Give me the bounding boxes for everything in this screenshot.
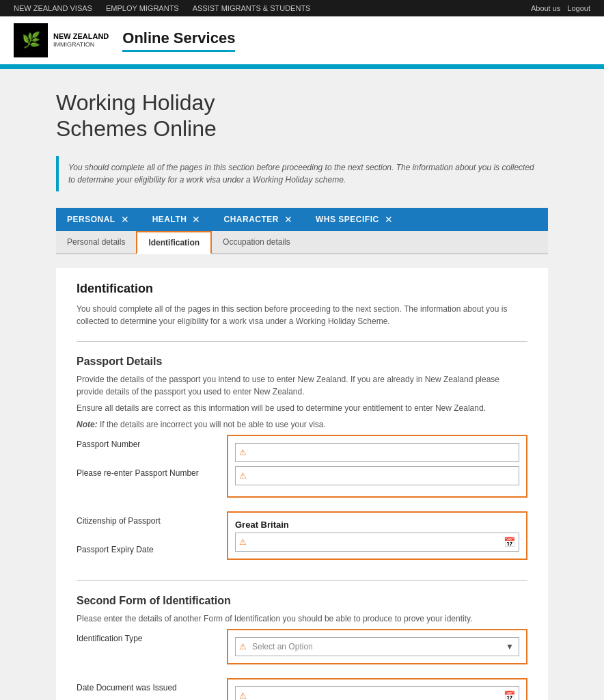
passport-note-3-bold: Note:: [77, 420, 98, 429]
tab-whs-specific[interactable]: WHS SPECIFIC ✕: [305, 208, 405, 231]
nav-logout[interactable]: Logout: [567, 4, 590, 12]
date-issued-input-area: ⚠ 📅: [227, 678, 527, 700]
sub-tabs: Personal details Identification Occupati…: [56, 231, 548, 254]
info-block: You should complete all of the pages in …: [56, 156, 548, 191]
main-wrapper: Working HolidaySchemes Online You should…: [42, 69, 562, 700]
sub-tab-identification[interactable]: Identification: [136, 231, 212, 254]
passport-number-label: Passport Number: [77, 440, 227, 449]
sub-tab-personal-details[interactable]: Personal details: [56, 231, 136, 253]
passport-title: Passport Details: [77, 355, 527, 368]
reenter-passport-input[interactable]: [235, 466, 519, 485]
tab-whs-specific-close[interactable]: ✕: [383, 215, 394, 224]
passport-note-2: Ensure all details are correct as this i…: [77, 402, 527, 414]
date-issued-row: Date Document was Issued ⚠ 📅: [77, 678, 527, 700]
tab-personal-label: PERSONAL: [67, 215, 115, 224]
second-id-desc: Please enter the details of another Form…: [77, 612, 527, 625]
tab-character-close[interactable]: ✕: [283, 215, 294, 224]
id-type-label: Identification Type: [77, 629, 227, 643]
date-issued-warning-icon: ⚠: [239, 691, 247, 700]
tab-character-label: CHARACTER: [223, 215, 279, 224]
top-nav-links: NEW ZEALAND VISAS EMPLOY MIGRANTS ASSIST…: [14, 4, 310, 12]
logo-area: 🌿 NEW ZEALAND IMMIGRATION: [14, 23, 109, 57]
nav-assist-migrants[interactable]: ASSIST MIGRANTS & STUDENTS: [193, 4, 311, 12]
expiry-calendar-icon[interactable]: 📅: [504, 537, 515, 548]
top-nav-right-links: About us Logout: [531, 4, 590, 12]
tab-character[interactable]: CHARACTER ✕: [212, 208, 305, 231]
id-type-row: Identification Type ⚠ Select an Option ▼: [77, 629, 527, 671]
logo-immigration: IMMIGRATION: [53, 41, 109, 49]
tab-personal-close[interactable]: ✕: [120, 215, 131, 224]
id-type-orange-group: ⚠ Select an Option ▼: [227, 629, 527, 664]
header-title: Online Services: [122, 29, 235, 52]
expiry-warning-icon: ⚠: [239, 537, 247, 547]
main-tabs: PERSONAL ✕ HEALTH ✕ CHARACTER ✕ WHS SPEC…: [56, 208, 548, 231]
fern-icon: 🌿: [22, 31, 40, 49]
divider-2: [77, 580, 527, 581]
sub-tab-occupation-details[interactable]: Occupation details: [212, 231, 301, 253]
passport-note-3: Note: If the details are incorrect you w…: [77, 418, 527, 431]
passport-number-warning-icon: ⚠: [239, 448, 247, 457]
passport-note-1: Provide the details of the passport you …: [77, 373, 527, 398]
header: 🌿 NEW ZEALAND IMMIGRATION Online Service…: [0, 16, 604, 66]
top-nav: NEW ZEALAND VISAS EMPLOY MIGRANTS ASSIST…: [0, 0, 604, 16]
second-id-title: Second Form of Identification: [77, 595, 527, 607]
page-title: Working HolidaySchemes Online: [56, 90, 548, 142]
passport-fields-label-area: Passport Number Please re-enter Passport…: [77, 435, 227, 478]
id-type-input-area: ⚠ Select an Option ▼: [227, 629, 527, 671]
expiry-date-input-wrap: ⚠ 📅: [235, 533, 519, 552]
date-issued-input-wrap: ⚠ 📅: [235, 686, 519, 700]
tab-health-label: HEALTH: [152, 215, 187, 224]
id-type-warning-icon: ⚠: [239, 642, 247, 651]
tab-personal[interactable]: PERSONAL ✕: [56, 208, 141, 231]
citizenship-expiry-group: Great Britain ⚠ 📅: [227, 511, 527, 567]
tab-health-close[interactable]: ✕: [191, 215, 202, 224]
nav-nz-visas[interactable]: NEW ZEALAND VISAS: [14, 4, 92, 12]
id-type-select-wrap: ⚠ Select an Option ▼: [235, 637, 519, 656]
passport-orange-group: ⚠ ⚠: [227, 435, 527, 498]
info-text: You should complete all of the pages in …: [68, 163, 534, 185]
logo-text: NEW ZEALAND IMMIGRATION: [53, 32, 109, 49]
passport-number-input-wrap: ⚠: [235, 443, 519, 462]
date-issued-label: Date Document was Issued: [77, 678, 227, 692]
passport-section: Passport Details Provide the details of …: [77, 355, 527, 567]
second-id-section: Second Form of Identification Please ent…: [77, 595, 527, 700]
reenter-passport-warning-icon: ⚠: [239, 471, 247, 481]
logo-image: 🌿: [14, 23, 48, 57]
expiry-label: Passport Expiry Date: [77, 545, 227, 554]
passport-inputs-group: ⚠ ⚠: [227, 435, 527, 504]
date-issued-orange-group: ⚠ 📅: [227, 678, 527, 700]
citizenship-value: Great Britain: [235, 520, 519, 530]
date-issued-calendar-icon[interactable]: 📅: [504, 690, 515, 700]
nav-about-us[interactable]: About us: [531, 4, 560, 12]
citizenship-label: Citizenship of Passport: [77, 516, 227, 526]
identification-title: Identification: [77, 282, 527, 296]
date-issued-input[interactable]: [235, 686, 519, 700]
identification-desc: You should complete all of the pages in …: [77, 303, 527, 327]
divider-1: [77, 341, 527, 342]
expiry-date-input[interactable]: [235, 533, 519, 552]
reenter-passport-input-wrap: ⚠: [235, 466, 519, 485]
id-type-select[interactable]: Select an Option: [235, 637, 519, 656]
citizenship-expiry-label-area: Citizenship of Passport Passport Expiry …: [77, 511, 227, 554]
tab-health[interactable]: HEALTH ✕: [141, 208, 213, 231]
logo-nz: NEW ZEALAND: [53, 32, 109, 41]
citizenship-expiry-orange-group: Great Britain ⚠ 📅: [227, 511, 527, 560]
reenter-passport-label: Please re-enter Passport Number: [77, 468, 227, 478]
passport-number-input[interactable]: [235, 443, 519, 462]
nav-employ-migrants[interactable]: EMPLOY MIGRANTS: [106, 4, 179, 12]
tab-whs-specific-label: WHS SPECIFIC: [316, 215, 379, 224]
content-card: Identification You should complete all o…: [56, 268, 548, 700]
